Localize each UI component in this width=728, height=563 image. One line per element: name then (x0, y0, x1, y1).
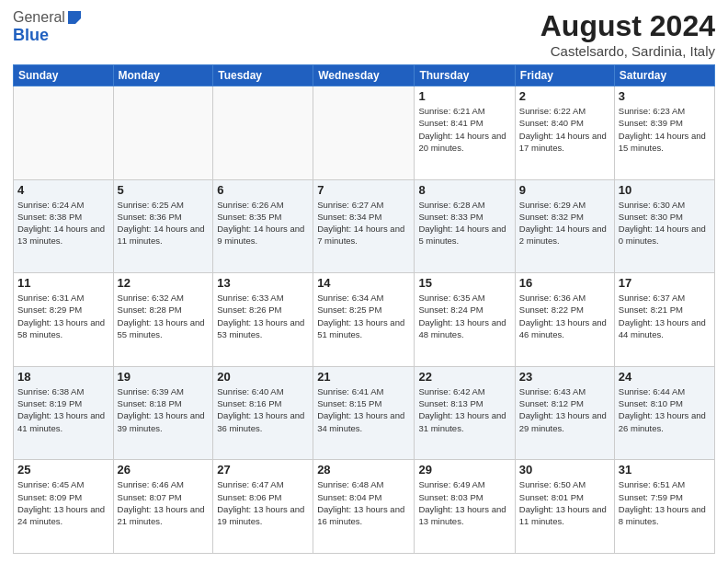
calendar-cell: 9Sunrise: 6:29 AM Sunset: 8:32 PM Daylig… (515, 179, 614, 273)
day-info: Sunrise: 6:43 AM Sunset: 8:12 PM Dayligh… (519, 385, 610, 434)
page: General Blue August 2024 Castelsardo, Sa… (0, 0, 728, 563)
day-number: 20 (217, 370, 309, 384)
calendar-cell: 23Sunrise: 6:43 AM Sunset: 8:12 PM Dayli… (515, 366, 614, 460)
calendar-week-4: 18Sunrise: 6:38 AM Sunset: 8:19 PM Dayli… (14, 366, 715, 460)
day-number: 19 (118, 370, 210, 384)
calendar-cell: 18Sunrise: 6:38 AM Sunset: 8:19 PM Dayli… (14, 366, 114, 460)
day-number: 22 (418, 370, 510, 384)
day-number: 6 (217, 183, 309, 197)
day-number: 1 (418, 89, 510, 103)
calendar-cell: 21Sunrise: 6:41 AM Sunset: 8:15 PM Dayli… (313, 366, 415, 460)
day-number: 21 (317, 370, 410, 384)
calendar-cell: 4Sunrise: 6:24 AM Sunset: 8:38 PM Daylig… (14, 179, 114, 273)
day-info: Sunrise: 6:21 AM Sunset: 8:41 PM Dayligh… (418, 105, 510, 154)
day-info: Sunrise: 6:25 AM Sunset: 8:36 PM Dayligh… (118, 199, 210, 247)
day-info: Sunrise: 6:38 AM Sunset: 8:19 PM Dayligh… (17, 385, 109, 434)
day-info: Sunrise: 6:51 AM Sunset: 7:59 PM Dayligh… (619, 478, 711, 527)
day-number: 18 (17, 370, 109, 384)
day-info: Sunrise: 6:34 AM Sunset: 8:25 PM Dayligh… (317, 292, 410, 340)
logo: General Blue (13, 9, 84, 45)
calendar-cell: 14Sunrise: 6:34 AM Sunset: 8:25 PM Dayli… (313, 273, 415, 367)
calendar-cell: 31Sunrise: 6:51 AM Sunset: 7:59 PM Dayli… (614, 460, 714, 554)
day-number: 3 (619, 89, 711, 103)
calendar-cell: 28Sunrise: 6:48 AM Sunset: 8:04 PM Dayli… (313, 460, 415, 554)
calendar-cell: 10Sunrise: 6:30 AM Sunset: 8:30 PM Dayli… (614, 179, 714, 273)
day-info: Sunrise: 6:27 AM Sunset: 8:34 PM Dayligh… (317, 199, 410, 247)
day-info: Sunrise: 6:44 AM Sunset: 8:10 PM Dayligh… (619, 385, 711, 434)
calendar-cell: 6Sunrise: 6:26 AM Sunset: 8:35 PM Daylig… (213, 179, 313, 273)
calendar-cell: 19Sunrise: 6:39 AM Sunset: 8:18 PM Dayli… (113, 366, 213, 460)
calendar-cell: 29Sunrise: 6:49 AM Sunset: 8:03 PM Dayli… (415, 460, 515, 554)
subtitle: Castelsardo, Sardinia, Italy (540, 43, 715, 59)
day-info: Sunrise: 6:50 AM Sunset: 8:01 PM Dayligh… (519, 478, 610, 527)
logo-icon (66, 9, 83, 26)
calendar-cell (213, 86, 313, 180)
weekday-header-tuesday: Tuesday (213, 65, 313, 86)
main-title: August 2024 (540, 9, 715, 43)
day-info: Sunrise: 6:47 AM Sunset: 8:06 PM Dayligh… (217, 478, 309, 527)
calendar-cell: 17Sunrise: 6:37 AM Sunset: 8:21 PM Dayli… (614, 273, 714, 367)
svg-marker-0 (68, 11, 81, 24)
day-info: Sunrise: 6:45 AM Sunset: 8:09 PM Dayligh… (17, 478, 109, 527)
day-number: 14 (317, 276, 410, 290)
day-number: 10 (619, 183, 711, 197)
day-number: 17 (619, 276, 711, 290)
calendar-cell: 12Sunrise: 6:32 AM Sunset: 8:28 PM Dayli… (113, 273, 213, 367)
calendar-cell: 8Sunrise: 6:28 AM Sunset: 8:33 PM Daylig… (415, 179, 515, 273)
day-info: Sunrise: 6:48 AM Sunset: 8:04 PM Dayligh… (317, 478, 410, 527)
day-number: 30 (519, 463, 610, 477)
day-number: 27 (217, 463, 309, 477)
day-info: Sunrise: 6:40 AM Sunset: 8:16 PM Dayligh… (217, 385, 309, 434)
day-info: Sunrise: 6:39 AM Sunset: 8:18 PM Dayligh… (118, 385, 210, 434)
day-info: Sunrise: 6:41 AM Sunset: 8:15 PM Dayligh… (317, 385, 410, 434)
day-number: 2 (519, 89, 610, 103)
calendar-cell (313, 86, 415, 180)
calendar-cell: 2Sunrise: 6:22 AM Sunset: 8:40 PM Daylig… (515, 86, 614, 180)
calendar-cell: 30Sunrise: 6:50 AM Sunset: 8:01 PM Dayli… (515, 460, 614, 554)
calendar-cell: 3Sunrise: 6:23 AM Sunset: 8:39 PM Daylig… (614, 86, 714, 180)
weekday-header-monday: Monday (113, 65, 213, 86)
day-number: 23 (519, 370, 610, 384)
calendar-cell: 13Sunrise: 6:33 AM Sunset: 8:26 PM Dayli… (213, 273, 313, 367)
calendar-cell: 24Sunrise: 6:44 AM Sunset: 8:10 PM Dayli… (614, 366, 714, 460)
day-number: 25 (17, 463, 109, 477)
day-number: 29 (418, 463, 510, 477)
calendar-cell: 27Sunrise: 6:47 AM Sunset: 8:06 PM Dayli… (213, 460, 313, 554)
weekday-header-wednesday: Wednesday (313, 65, 415, 86)
weekday-header-sunday: Sunday (14, 65, 114, 86)
calendar-week-2: 4Sunrise: 6:24 AM Sunset: 8:38 PM Daylig… (14, 179, 715, 273)
day-info: Sunrise: 6:37 AM Sunset: 8:21 PM Dayligh… (619, 292, 711, 340)
title-block: August 2024 Castelsardo, Sardinia, Italy (540, 9, 715, 59)
header: General Blue August 2024 Castelsardo, Sa… (13, 9, 715, 59)
calendar-week-3: 11Sunrise: 6:31 AM Sunset: 8:29 PM Dayli… (14, 273, 715, 367)
calendar-cell (14, 86, 114, 180)
calendar-cell: 20Sunrise: 6:40 AM Sunset: 8:16 PM Dayli… (213, 366, 313, 460)
day-info: Sunrise: 6:28 AM Sunset: 8:33 PM Dayligh… (418, 199, 510, 247)
day-number: 9 (519, 183, 610, 197)
day-info: Sunrise: 6:22 AM Sunset: 8:40 PM Dayligh… (519, 105, 610, 154)
calendar-cell: 26Sunrise: 6:46 AM Sunset: 8:07 PM Dayli… (113, 460, 213, 554)
day-info: Sunrise: 6:24 AM Sunset: 8:38 PM Dayligh… (17, 199, 109, 247)
calendar-cell: 11Sunrise: 6:31 AM Sunset: 8:29 PM Dayli… (14, 273, 114, 367)
day-number: 8 (418, 183, 510, 197)
day-info: Sunrise: 6:49 AM Sunset: 8:03 PM Dayligh… (418, 478, 510, 527)
weekday-header-saturday: Saturday (614, 65, 714, 86)
calendar-cell (113, 86, 213, 180)
day-number: 28 (317, 463, 410, 477)
day-info: Sunrise: 6:29 AM Sunset: 8:32 PM Dayligh… (519, 199, 610, 247)
weekday-header-row: SundayMondayTuesdayWednesdayThursdayFrid… (14, 65, 715, 86)
calendar-cell: 16Sunrise: 6:36 AM Sunset: 8:22 PM Dayli… (515, 273, 614, 367)
day-number: 15 (418, 276, 510, 290)
calendar-week-5: 25Sunrise: 6:45 AM Sunset: 8:09 PM Dayli… (14, 460, 715, 554)
day-info: Sunrise: 6:26 AM Sunset: 8:35 PM Dayligh… (217, 199, 309, 247)
day-info: Sunrise: 6:36 AM Sunset: 8:22 PM Dayligh… (519, 292, 610, 340)
day-number: 26 (118, 463, 210, 477)
day-number: 13 (217, 276, 309, 290)
day-number: 12 (118, 276, 210, 290)
calendar-cell: 15Sunrise: 6:35 AM Sunset: 8:24 PM Dayli… (415, 273, 515, 367)
day-info: Sunrise: 6:33 AM Sunset: 8:26 PM Dayligh… (217, 292, 309, 340)
calendar-table: SundayMondayTuesdayWednesdayThursdayFrid… (13, 64, 715, 554)
day-info: Sunrise: 6:23 AM Sunset: 8:39 PM Dayligh… (619, 105, 711, 154)
logo-general-text: General (13, 9, 65, 26)
day-number: 5 (118, 183, 210, 197)
